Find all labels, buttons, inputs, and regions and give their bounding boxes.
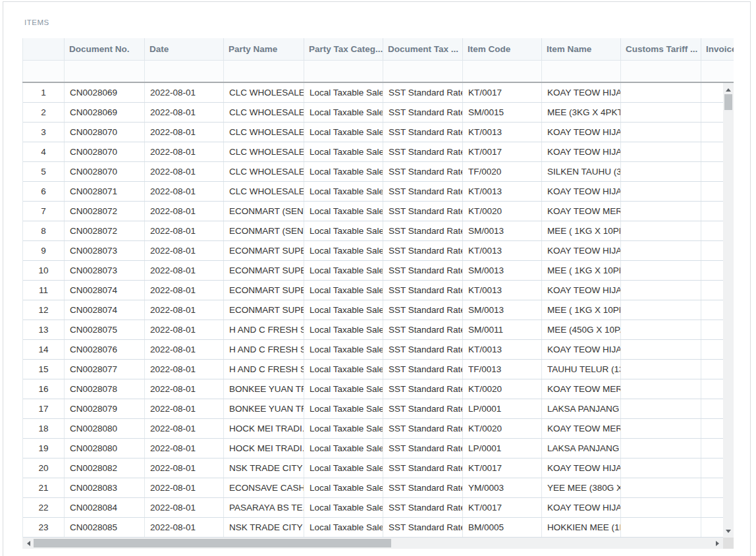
table-row[interactable]: 23CN00280852022-08-01NSK TRADE CITY (...… [23, 518, 723, 538]
data-cell-invoice [701, 419, 723, 438]
data-cell-party_name: ECONMART SUPE... [224, 261, 304, 280]
table-row[interactable]: 8CN00280722022-08-01ECONMART (SENT...Loc… [23, 221, 723, 241]
data-cell-party_name: CLC WHOLESALER... [224, 162, 304, 181]
data-cell-document_no: CN0028075 [65, 320, 145, 339]
data-cell-item_name: MEE (450G X 10P... [542, 320, 621, 339]
table-row[interactable]: 12CN00280742022-08-01ECONMART SUPE...Loc… [23, 300, 723, 320]
horizontal-scrollbar[interactable] [22, 538, 723, 549]
table-row[interactable]: 19CN00280802022-08-01HOCK MEI TRADI...Lo… [23, 439, 723, 459]
horizontal-scrollbar-thumb[interactable] [34, 539, 391, 547]
data-cell-party_tax_category: Local Taxable Sales [304, 123, 383, 142]
filter-cell-item_code [463, 61, 542, 82]
header-cell-party_tax_category[interactable]: Party Tax Categ... [304, 38, 383, 60]
data-cell-document_no: CN0028079 [65, 399, 145, 418]
data-cell-item_name: TAUHU TELUR (13... [542, 360, 621, 379]
data-cell-customs_tariff [621, 320, 701, 339]
table-row[interactable]: 4CN00280702022-08-01CLC WHOLESALER...Loc… [23, 142, 723, 162]
scroll-up-button[interactable] [723, 84, 734, 95]
data-cell-date: 2022-08-01 [145, 399, 224, 418]
table-row[interactable]: 5CN00280702022-08-01CLC WHOLESALER...Loc… [23, 162, 723, 182]
data-cell-customs_tariff [621, 123, 701, 142]
data-cell-row_index: 6 [23, 182, 65, 201]
data-cell-party_tax_category: Local Taxable Sales [304, 478, 383, 497]
filter-input-item_code[interactable] [463, 61, 541, 82]
table-row[interactable]: 14CN00280762022-08-01H AND C FRESH S...L… [23, 340, 723, 360]
data-cell-date: 2022-08-01 [145, 221, 224, 240]
filter-input-item_name[interactable] [542, 61, 620, 82]
table-row[interactable]: 1CN00280692022-08-01CLC WHOLESALE (...Lo… [23, 83, 723, 103]
filter-input-customs_tariff[interactable] [621, 61, 701, 82]
scroll-down-button[interactable] [723, 526, 734, 536]
data-cell-document_tax: SST Standard Rate... [383, 439, 463, 458]
table-row[interactable]: 9CN00280732022-08-01ECONMART SUPE...Loca… [23, 241, 723, 261]
header-cell-party_name[interactable]: Party Name [224, 38, 304, 60]
data-cell-party_name: ECONMART (SENT... [224, 221, 304, 240]
data-cell-item_name: KOAY TEOW HIJA... [542, 123, 621, 142]
data-cell-party_tax_category: Local Taxable Sales [304, 83, 383, 102]
data-cell-document_no: CN0028080 [65, 419, 145, 438]
data-cell-invoice [701, 123, 723, 142]
scroll-right-button[interactable] [712, 538, 722, 549]
table-row[interactable]: 13CN00280752022-08-01H AND C FRESH S...L… [23, 320, 723, 340]
table-row[interactable]: 21CN00280832022-08-01ECONSAVE CASH ...Lo… [23, 478, 723, 498]
data-cell-item_code: KT/0017 [463, 498, 542, 517]
table-row[interactable]: 17CN00280792022-08-01BONKEE YUAN TR...Lo… [23, 399, 723, 419]
table-row[interactable]: 10CN00280732022-08-01ECONMART SUPE...Loc… [23, 261, 723, 281]
data-cell-row_index: 15 [23, 360, 65, 379]
header-cell-item_code[interactable]: Item Code [463, 38, 542, 60]
grid-body-wrap: 1CN00280692022-08-01CLC WHOLESALE (...Lo… [22, 82, 734, 538]
table-row[interactable]: 7CN00280722022-08-01ECONMART (SENT...Loc… [23, 202, 723, 221]
arrow-left-icon [27, 541, 30, 546]
data-cell-date: 2022-08-01 [145, 300, 224, 320]
data-cell-item_name: MEE ( 1KG X 10PKT) [542, 300, 621, 320]
header-cell-document_tax[interactable]: Document Tax ... [383, 38, 463, 60]
data-cell-row_index: 17 [23, 399, 65, 418]
filter-input-date[interactable] [145, 61, 223, 82]
data-cell-party_name: CLC WHOLESALER... [224, 182, 304, 201]
table-row[interactable]: 20CN00280822022-08-01NSK TRADE CITY (...… [23, 459, 723, 478]
filter-input-invoice[interactable] [701, 61, 734, 82]
table-row[interactable]: 22CN00280842022-08-01PASARAYA BS TE...Lo… [23, 498, 723, 518]
filter-input-document_tax[interactable] [383, 61, 462, 82]
data-cell-row_index: 3 [23, 123, 65, 142]
header-cell-customs_tariff[interactable]: Customs Tariff ... [621, 38, 701, 60]
data-cell-document_tax: SST Standard Rate... [383, 300, 463, 320]
data-cell-item_code: SM/0015 [463, 103, 542, 122]
table-row[interactable]: 15CN00280772022-08-01H AND C FRESH S...L… [23, 360, 723, 379]
data-cell-document_no: CN0028073 [65, 261, 145, 280]
data-cell-item_name: YEE MEE (380G X ... [542, 478, 621, 497]
data-cell-party_tax_category: Local Taxable Sales [304, 103, 383, 122]
data-cell-invoice [701, 300, 723, 320]
data-cell-document_no: CN0028070 [65, 162, 145, 181]
scroll-left-button[interactable] [23, 538, 34, 549]
header-cell-document_no[interactable]: Document No. [65, 38, 145, 60]
data-cell-customs_tariff [621, 379, 701, 399]
filter-input-party_name[interactable] [224, 61, 304, 82]
data-cell-customs_tariff [621, 162, 701, 181]
vertical-scrollbar-thumb[interactable] [724, 94, 732, 110]
header-cell-invoice[interactable]: Invoice [701, 38, 734, 60]
data-cell-item_code: SM/0013 [463, 221, 542, 240]
data-cell-item_name: KOAY TEOW HIJA... [542, 498, 621, 517]
table-row[interactable]: 6CN00280712022-08-01CLC WHOLESALER...Loc… [23, 182, 723, 202]
data-cell-document_no: CN0028072 [65, 221, 145, 240]
table-row[interactable]: 2CN00280692022-08-01CLC WHOLESALE (...Lo… [23, 103, 723, 123]
table-row[interactable]: 18CN00280802022-08-01HOCK MEI TRADI...Lo… [23, 419, 723, 439]
filter-cell-document_tax [383, 61, 463, 82]
data-cell-item_code: KT/0017 [463, 459, 542, 478]
data-cell-item_name: KOAY TEOW HIJA... [542, 83, 621, 102]
vertical-scrollbar[interactable] [723, 83, 734, 538]
filter-cell-customs_tariff [621, 61, 701, 82]
header-cell-date[interactable]: Date [145, 38, 224, 60]
data-cell-party_name: ECONMART SUPE... [224, 300, 304, 320]
header-cell-item_name[interactable]: Item Name [542, 38, 621, 60]
filter-input-document_no[interactable] [65, 61, 144, 82]
data-cell-party_tax_category: Local Taxable Sales [304, 360, 383, 379]
filter-input-party_tax_category[interactable] [304, 61, 383, 82]
table-row[interactable]: 3CN00280702022-08-01CLC WHOLESALER...Loc… [23, 123, 723, 142]
data-cell-date: 2022-08-01 [145, 83, 224, 102]
table-row[interactable]: 16CN00280782022-08-01BONKEE YUAN TR...Lo… [23, 379, 723, 399]
table-row[interactable]: 11CN00280742022-08-01ECONMART SUPE...Loc… [23, 281, 723, 300]
data-cell-party_name: ECONSAVE CASH ... [224, 478, 304, 497]
data-cell-customs_tariff [621, 281, 701, 300]
